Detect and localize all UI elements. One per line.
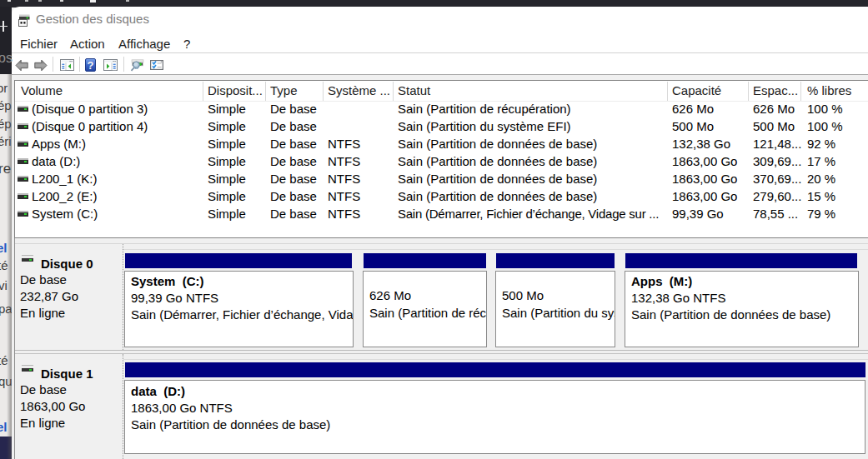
- svg-text:?: ?: [88, 59, 94, 72]
